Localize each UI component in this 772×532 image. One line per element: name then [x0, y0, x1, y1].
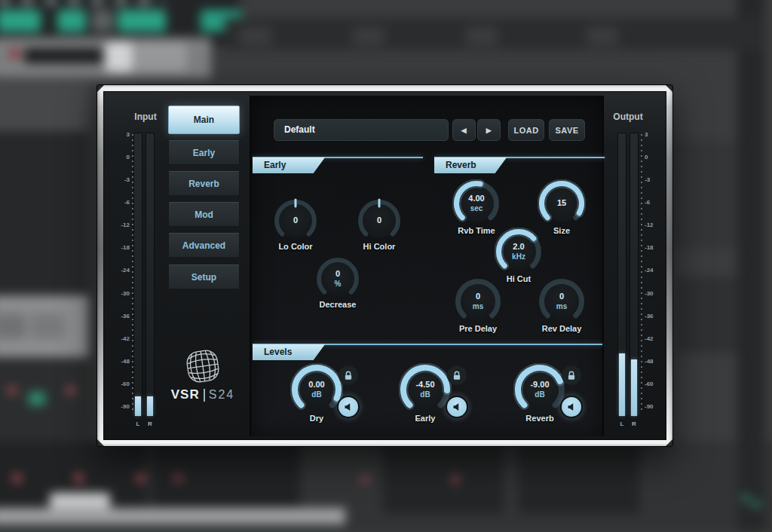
- knob-unit: dB: [535, 390, 544, 400]
- main-panel: Default ◀ ▶ LOAD SAVE Early: [250, 96, 604, 436]
- meter-scale-label: -90: [110, 403, 130, 410]
- tab-advanced[interactable]: Advanced: [168, 233, 240, 258]
- meter-scale-label: -12: [110, 222, 130, 228]
- knob-rev-delay[interactable]: 0ms: [538, 277, 586, 326]
- input-label: Input: [119, 112, 172, 122]
- bg-left-dark: [0, 131, 89, 298]
- knob-pre-delay[interactable]: 0ms: [454, 277, 502, 326]
- knob-unit: kHz: [512, 252, 525, 262]
- knob-value: 0: [335, 269, 340, 280]
- prev-arrow-icon: ◀: [461, 127, 467, 134]
- reverb-mute-button[interactable]: [560, 396, 583, 418]
- tab-setup[interactable]: Setup: [168, 264, 240, 289]
- output-meter-bar-right: [631, 359, 637, 416]
- bg-record-dot: [12, 473, 22, 483]
- load-button[interactable]: LOAD: [508, 119, 544, 141]
- meter-scale-label: 0: [110, 154, 130, 161]
- meter-scale-label: -90: [645, 403, 664, 410]
- meter-scale-label: -3: [110, 176, 130, 183]
- knob-hi-cut[interactable]: 2.0kHz: [495, 228, 543, 276]
- output-meter-track-left: [617, 133, 626, 417]
- knob-value: 0: [377, 216, 381, 226]
- knob-reverb-level[interactable]: -9.00dB: [513, 363, 566, 416]
- levels-section-header: Levels: [253, 344, 325, 360]
- screenshot-root: Input 30-3-6-12-18-24-30-36-42-48-60-90 …: [0, 0, 772, 532]
- bg-white-block: [106, 42, 133, 72]
- input-meter-bar-left: [135, 396, 141, 416]
- bg-pink-dot: [66, 386, 75, 395]
- output-label: Output: [602, 112, 654, 122]
- knob-rvb-time[interactable]: 4.00sec: [452, 179, 501, 228]
- bg-record-dot: [9, 48, 20, 59]
- bg-green-dot: [752, 500, 760, 508]
- bg-green-dot: [742, 494, 749, 502]
- bg-record-dot: [360, 475, 369, 484]
- speaker-icon: [342, 400, 355, 414]
- logo-divider: [204, 389, 205, 402]
- meter-scale-label: -60: [645, 381, 664, 387]
- meter-scale-label: -42: [645, 335, 664, 342]
- wireframe-globe-icon: [182, 345, 224, 387]
- dry-lock-button[interactable]: [339, 365, 358, 385]
- bg-right-blob: [677, 277, 737, 353]
- preset-next-button[interactable]: ▶: [477, 119, 501, 141]
- reverb-lock-button[interactable]: [562, 365, 581, 385]
- knob-decrease[interactable]: 0%: [315, 256, 360, 301]
- preset-name: Default: [284, 124, 315, 135]
- meter-scale-label: 3: [110, 131, 130, 138]
- plugin-body: Input 30-3-6-12-18-24-30-36-42-48-60-90 …: [103, 91, 666, 440]
- knob-unit: %: [335, 280, 342, 289]
- input-channel-label-r: R: [146, 420, 155, 427]
- bg-left-lower: [0, 357, 89, 455]
- knob-value: 15: [557, 198, 566, 209]
- meter-scale-label: -12: [645, 222, 664, 228]
- bg-icon-row: [0, 0, 164, 5]
- meter-scale-label: -6: [110, 199, 130, 206]
- knob-unit: ms: [556, 302, 567, 312]
- bg-record-dot: [74, 473, 84, 483]
- meter-scale-label: 3: [645, 131, 664, 138]
- output-meter-bar-left: [619, 353, 625, 416]
- speaker-icon: [450, 400, 464, 414]
- meter-scale-label: -36: [645, 313, 664, 320]
- input-meter-track-left: [133, 133, 142, 417]
- meter-scale-label: -18: [110, 244, 130, 251]
- bg-mixer-strip: [383, 442, 504, 514]
- knob-value: 0: [476, 292, 480, 302]
- knob-hi-color[interactable]: 0: [357, 198, 402, 243]
- input-meter-track-right: [146, 133, 155, 417]
- bg-record-dot: [173, 473, 183, 483]
- knob-value: -4.50: [415, 380, 434, 390]
- knob-dry-level[interactable]: 0.00dB: [290, 363, 343, 416]
- bg-teal-button: [118, 10, 166, 32]
- knob-lo-color[interactable]: 0: [273, 198, 318, 243]
- knob-early-level[interactable]: -4.50dB: [399, 363, 452, 416]
- output-meter-track-right: [630, 133, 639, 417]
- bg-right-strip: [737, 0, 764, 532]
- bg-record-dot: [451, 475, 460, 484]
- early-mute-button[interactable]: [446, 396, 468, 418]
- preset-prev-button[interactable]: ◀: [452, 119, 476, 141]
- preset-name-field[interactable]: Default: [274, 119, 449, 141]
- tab-main[interactable]: Main: [168, 105, 240, 134]
- meter-scale-label: -30: [645, 290, 664, 297]
- vsr-plugin-window: Input 30-3-6-12-18-24-30-36-42-48-60-90 …: [96, 84, 673, 447]
- knob-value: 0: [293, 216, 298, 226]
- knob-size[interactable]: 15: [538, 179, 586, 228]
- bg-band-blob: [353, 27, 384, 45]
- tab-mod[interactable]: Mod: [168, 202, 240, 227]
- bg-green-blob: [29, 392, 45, 405]
- load-button-label: LOAD: [513, 126, 538, 135]
- dry-mute-button[interactable]: [337, 396, 360, 418]
- knob-unit: dB: [420, 390, 430, 400]
- early-section-header: Early: [253, 157, 325, 173]
- tab-reverb[interactable]: Reverb: [168, 171, 240, 196]
- bg-band-blob: [587, 27, 618, 45]
- save-button[interactable]: SAVE: [549, 119, 585, 141]
- meter-scale-label: -3: [645, 176, 664, 183]
- output-channel-label-l: L: [617, 420, 626, 427]
- early-lock-button[interactable]: [447, 365, 467, 385]
- knob-unit: ms: [473, 302, 483, 312]
- bg-light-band: [0, 508, 345, 524]
- tab-early[interactable]: Early: [168, 140, 240, 165]
